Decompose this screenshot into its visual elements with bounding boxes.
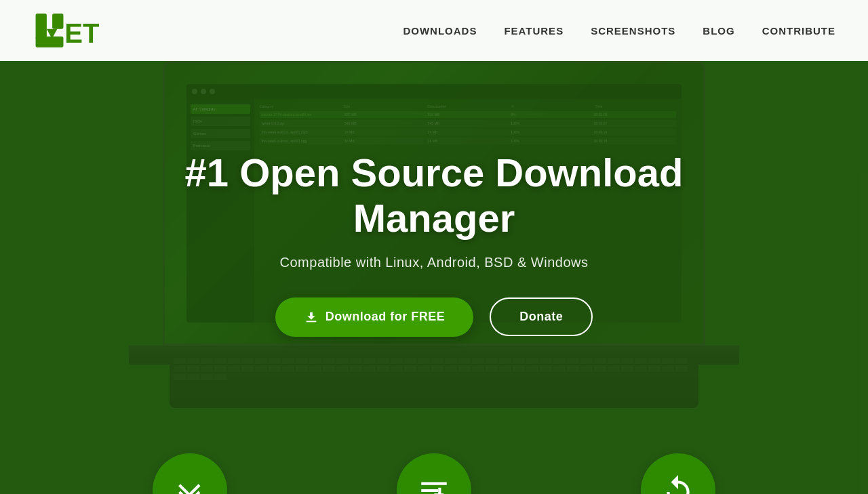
site-header: ET DOWNLOADS FEATURES SCREENSHOTS BLOG C…: [0, 0, 868, 61]
svg-rect-5: [306, 321, 316, 322]
download-button[interactable]: Download for FREE: [275, 297, 474, 337]
svg-rect-1: [36, 37, 64, 47]
hero-section: All Category ISOs Games Podcasts Categor…: [0, 0, 868, 494]
svg-rect-2: [52, 14, 63, 29]
svg-text:ET: ET: [64, 18, 99, 48]
donate-button[interactable]: Donate: [490, 297, 593, 336]
logo-icon: ET: [33, 10, 100, 51]
nav-contribute[interactable]: CONTRIBUTE: [762, 25, 835, 37]
chevron-double-down-icon: [173, 474, 207, 494]
feature-icon-1: [153, 453, 227, 494]
nav-downloads[interactable]: DOWNLOADS: [403, 25, 477, 37]
download-button-label: Download for FREE: [326, 310, 446, 324]
sort-download-icon: [417, 474, 451, 494]
main-nav: DOWNLOADS FEATURES SCREENSHOTS BLOG CONT…: [403, 25, 835, 37]
hero-buttons: Download for FREE Donate: [275, 297, 593, 337]
nav-blog[interactable]: BLOG: [703, 25, 734, 37]
donate-button-label: Donate: [519, 310, 563, 323]
hero-title: #1 Open Source Download Manager: [129, 150, 739, 241]
svg-rect-0: [36, 14, 47, 39]
logo-link[interactable]: ET: [33, 10, 100, 51]
feature-icon-2: [397, 453, 471, 494]
hero-subtitle: Compatible with Linux, Android, BSD & Wi…: [280, 255, 589, 270]
download-icon: [304, 310, 319, 325]
feature-icon-3: [641, 453, 715, 494]
hero-content: #1 Open Source Download Manager Compatib…: [0, 61, 868, 494]
nav-screenshots[interactable]: SCREENSHOTS: [591, 25, 675, 37]
redo-icon: [661, 474, 695, 494]
nav-features[interactable]: FEATURES: [504, 25, 564, 37]
feature-icons-row: [0, 453, 868, 494]
